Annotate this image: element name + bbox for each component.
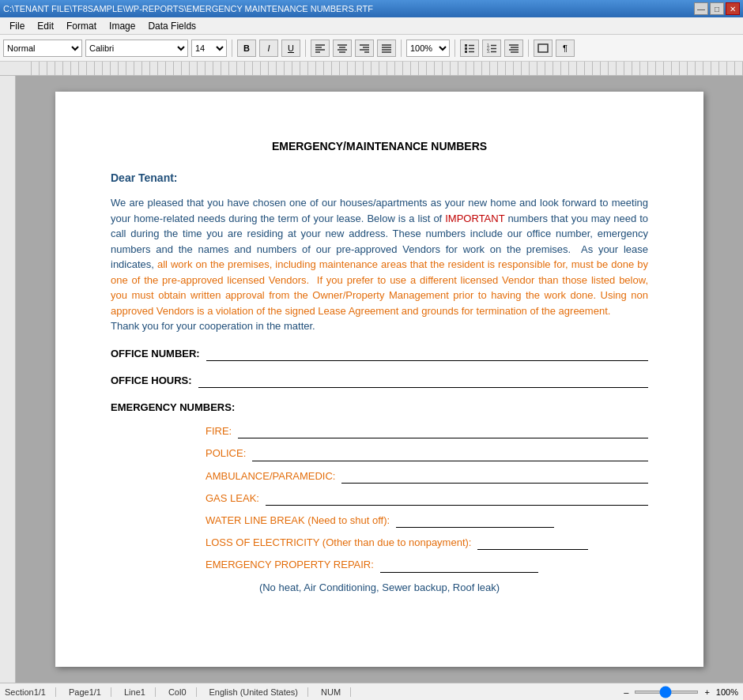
list-button-3[interactable] (504, 40, 523, 57)
status-language: English (United States) (209, 687, 309, 697)
zoom-slider[interactable] (635, 691, 698, 694)
ruler (0, 62, 743, 76)
police-label: POLICE: (206, 446, 246, 461)
page: EMERGENCY/MAINTENANCE NUMBERS Dear Tenan… (55, 92, 703, 667)
police-row: POLICE: (206, 446, 648, 461)
note-text: (No heat, Air Conditioning, Sewer backup… (111, 581, 648, 595)
underline-button[interactable]: U (281, 40, 300, 57)
svg-rect-16 (465, 44, 467, 47)
sep2 (305, 40, 306, 57)
emergency-fields: FIRE: POLICE: AMBULANCE/PARAMEDIC: GAS L… (206, 424, 648, 572)
sep1 (232, 40, 232, 57)
list-button-1[interactable] (460, 40, 479, 57)
italic-button[interactable]: I (259, 40, 278, 57)
office-hours-row: OFFICE HOURS: (111, 374, 648, 388)
sep5 (528, 40, 529, 57)
office-hours-line (198, 375, 648, 388)
svg-text:3.: 3. (487, 49, 490, 53)
repair-row: EMERGENCY PROPERTY REPAIR: (206, 558, 648, 572)
status-num: NUM (321, 687, 351, 697)
main-area: EMERGENCY/MAINTENANCE NUMBERS Dear Tenan… (0, 76, 743, 683)
fire-row: FIRE: (206, 424, 648, 438)
office-number-line (206, 348, 648, 361)
menu-bar: File Edit Format Image Data Fields (0, 17, 743, 35)
police-line (252, 449, 648, 461)
title-text: C:\TENANT FILE\TF8SAMPLE\WP-REPORTS\EMER… (3, 4, 373, 13)
document-area[interactable]: EMERGENCY/MAINTENANCE NUMBERS Dear Tenan… (16, 76, 743, 683)
menu-format[interactable]: Format (60, 19, 103, 33)
menu-file[interactable]: File (3, 19, 31, 33)
document-title: EMERGENCY/MAINTENANCE NUMBERS (111, 139, 648, 155)
fire-label: FIRE: (206, 424, 232, 438)
align-center-button[interactable] (333, 40, 352, 57)
menu-image[interactable]: Image (103, 19, 141, 33)
electricity-row: LOSS OF ELECTRICITY (Other than due to n… (206, 536, 648, 550)
svg-rect-32 (538, 44, 548, 52)
gas-label: GAS LEAK: (206, 491, 259, 506)
menu-edit[interactable]: Edit (31, 19, 60, 33)
justify-button[interactable] (377, 40, 396, 57)
svg-rect-18 (465, 47, 467, 50)
repair-label: EMERGENCY PROPERTY REPAIR: (206, 558, 374, 572)
menu-datafields[interactable]: Data Fields (141, 19, 202, 33)
style-select[interactable]: Normal (3, 40, 82, 57)
zoom-percent: 100% (716, 687, 738, 697)
ambulance-line (341, 471, 648, 484)
office-hours-label: OFFICE HOURS: (111, 374, 192, 388)
emergency-numbers-title: EMERGENCY NUMBERS: (111, 401, 648, 415)
gas-row: GAS LEAK: (206, 491, 648, 506)
zoom-icon-minus[interactable]: – (624, 687, 628, 697)
water-label: WATER LINE BREAK (Need to shut off): (206, 514, 390, 528)
office-number-label: OFFICE NUMBER: (111, 347, 200, 361)
ambulance-label: AMBULANCE/PARAMEDIC: (206, 469, 335, 484)
bold-button[interactable]: B (237, 40, 256, 57)
electricity-line (477, 537, 588, 550)
electricity-label: LOSS OF ELECTRICITY (Other than due to n… (206, 536, 471, 550)
status-right: – + 100% (624, 687, 738, 697)
status-col: Col0 (168, 687, 197, 697)
list-button-2[interactable]: 1.2.3. (482, 40, 501, 57)
gas-line (266, 493, 648, 506)
vertical-ruler (0, 76, 16, 683)
status-bar: Section1/1 Page1/1 Line1 Col0 English (U… (0, 683, 743, 700)
body-paragraph: We are pleased that you have chosen one … (111, 195, 648, 334)
align-left-button[interactable] (311, 40, 330, 57)
size-select[interactable]: 14 (191, 40, 227, 57)
sep3 (401, 40, 402, 57)
dear-tenant: Dear Tenant: (111, 171, 648, 186)
align-right-button[interactable] (355, 40, 374, 57)
minimize-button[interactable]: — (694, 2, 708, 15)
status-line: Line1 (124, 687, 156, 697)
ambulance-row: AMBULANCE/PARAMEDIC: (206, 469, 648, 484)
orange-text-1: all work on the premises, including main… (111, 258, 648, 317)
zoom-icon-plus[interactable]: + (704, 687, 709, 697)
status-section: Section1/1 (5, 687, 56, 697)
status-page: Page1/1 (69, 687, 111, 697)
water-line (396, 515, 554, 528)
toolbar: Normal Calibri 14 B I U 100% 1.2.3. ¶ (0, 35, 743, 62)
close-button[interactable]: ✕ (726, 2, 740, 15)
ruler-marks (24, 62, 743, 75)
repair-line (380, 560, 538, 573)
title-bar: C:\TENANT FILE\TF8SAMPLE\WP-REPORTS\EMER… (0, 0, 743, 17)
window-controls: — □ ✕ (694, 2, 740, 15)
water-row: WATER LINE BREAK (Need to shut off): (206, 514, 648, 528)
fire-line (238, 426, 648, 438)
zoom-select[interactable]: 100% (406, 40, 450, 57)
font-select[interactable]: Calibri (85, 40, 188, 57)
important-text: IMPORTANT (445, 213, 504, 224)
box-button[interactable] (534, 40, 553, 57)
svg-rect-20 (465, 51, 467, 53)
sep4 (454, 40, 455, 57)
para-button[interactable]: ¶ (556, 40, 575, 57)
maximize-button[interactable]: □ (710, 2, 724, 15)
office-number-row: OFFICE NUMBER: (111, 347, 648, 361)
